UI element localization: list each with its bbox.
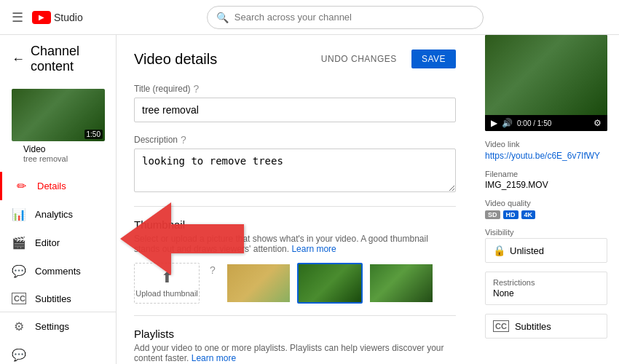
left-panel: Video details UNDO CHANGES SAVE Title (r… — [117, 35, 473, 364]
undo-changes-button[interactable]: UNDO CHANGES — [312, 50, 406, 68]
visibility-label: Visibility — [485, 228, 607, 237]
header-buttons: UNDO CHANGES SAVE — [312, 50, 456, 68]
thumbnail-help-button[interactable]: ? — [205, 263, 220, 277]
filename-section: Filename IMG_2159.MOV — [485, 170, 607, 190]
playlist-section: Playlists Add your video to one or more … — [134, 328, 456, 364]
editor-icon: 🎬 — [12, 236, 26, 250]
sidebar-subtitles-label: Subtitles — [35, 293, 71, 304]
title-help-icon[interactable]: ? — [194, 83, 200, 95]
quality-badge-sd: SD — [485, 210, 500, 219]
sidebar-item-settings[interactable]: ⚙ Settings — [0, 312, 116, 341]
thumbnail-option-1[interactable] — [226, 263, 291, 304]
quality-label: Video quality — [485, 199, 607, 207]
settings-label: Settings — [35, 321, 69, 332]
title-field: Title (required) ? — [134, 83, 456, 122]
sidebar-item-editor[interactable]: 🎬 Editor — [0, 229, 116, 257]
visibility-inner: 🔒 Unlisted — [493, 245, 599, 256]
hamburger-menu[interactable]: ☰ — [12, 9, 23, 25]
feedback-icon: 💬 — [12, 348, 26, 362]
quality-badges: SD HD 4K — [485, 210, 607, 219]
visibility-lock-icon: 🔒 — [493, 245, 505, 256]
channel-content-label: Channel content — [31, 44, 104, 74]
page-title: Video details — [134, 51, 217, 68]
title-input[interactable] — [134, 98, 456, 122]
video-link-value[interactable]: https://youtu.be/c6E_6v7IfWY — [485, 151, 600, 161]
visibility-section: Visibility 🔒 Unlisted — [485, 228, 607, 263]
subtitles-icon: CC — [493, 320, 509, 332]
upload-thumbnail-button[interactable]: ⬆ Upload thumbnail — [134, 263, 200, 304]
thumbnail-option-2[interactable] — [297, 263, 363, 304]
play-button[interactable]: ▶ — [491, 118, 497, 128]
sidebar-editor-label: Editor — [35, 237, 60, 248]
subtitles-box[interactable]: CC Subtitles — [485, 314, 607, 339]
sidebar-nav: ✏ Details 📊 Analytics 🎬 Editor 💬 Comment… — [0, 172, 116, 312]
description-textarea[interactable]: looking to remove trees — [134, 149, 456, 192]
video-name-label: tree removal — [12, 154, 104, 169]
thumbnail-learn-more-link[interactable]: Learn more — [291, 244, 336, 254]
thumbnail-title: Thumbnail — [134, 218, 456, 231]
youtube-icon — [32, 11, 51, 24]
back-arrow-icon: ← — [12, 52, 25, 67]
sidebar-item-comments[interactable]: 💬 Comments — [0, 257, 116, 285]
right-panel: ▶ 🔊 0:00 / 1:50 ⚙ Video link https://you… — [473, 35, 619, 364]
back-button[interactable]: ← Channel content — [0, 35, 116, 83]
upload-thumb-label: Upload thumbnail — [135, 289, 198, 298]
quality-badge-4k: 4K — [521, 210, 536, 219]
player-settings-icon[interactable]: ⚙ — [594, 118, 602, 128]
thumbnail-grid: ⬆ Upload thumbnail ? — [134, 263, 456, 304]
filename-value: IMG_2159.MOV — [485, 180, 607, 190]
quality-section: Video quality SD HD 4K — [485, 199, 607, 219]
restrictions-section: Restrictions None — [485, 272, 607, 305]
restrictions-value: None — [493, 288, 599, 298]
video-duration-badge: 1:50 — [84, 130, 103, 139]
sidebar-bottom: ⚙ Settings 💬 — [0, 312, 116, 364]
youtube-studio-logo: Studio — [32, 11, 83, 24]
upload-icon: ⬆ — [161, 269, 173, 286]
search-input[interactable] — [234, 12, 474, 23]
analytics-icon: 📊 — [12, 207, 26, 221]
sidebar-item-details[interactable]: ✏ Details — [0, 172, 116, 200]
save-button[interactable]: SAVE — [411, 50, 456, 68]
sidebar-item-analytics[interactable]: 📊 Analytics — [0, 200, 116, 229]
volume-button[interactable]: 🔊 — [502, 118, 513, 128]
video-thumbnail-small: 1:50 — [12, 89, 105, 141]
sidebar-item-feedback[interactable]: 💬 — [0, 341, 116, 364]
quality-badge-hd: HD — [503, 210, 519, 219]
video-preview-sidebar: 1:50 Video tree removal — [0, 83, 116, 172]
description-help-icon[interactable]: ? — [181, 134, 186, 146]
thumbnail-desc: Select or upload a picture that shows wh… — [134, 234, 456, 254]
playlists-divider — [134, 315, 456, 316]
sidebar-analytics-label: Analytics — [35, 209, 73, 220]
description-label: Description ? — [134, 134, 456, 146]
player-thumbnail — [485, 35, 607, 115]
title-label: Title (required) ? — [134, 83, 456, 95]
restrictions-box: Restrictions None — [485, 272, 607, 305]
sidebar-comments-label: Comments — [35, 266, 81, 277]
player-controls: ▶ 🔊 0:00 / 1:50 ⚙ — [485, 115, 607, 131]
playlists-title: Playlists — [134, 328, 456, 340]
playlists-desc: Add your video to one or more playlists.… — [134, 343, 456, 363]
visibility-value: Unlisted — [510, 245, 544, 256]
video-link-section: Video link https://youtu.be/c6E_6v7IfWY — [485, 140, 607, 161]
subtitles-label: Subtitles — [515, 321, 551, 332]
main-content: Video details UNDO CHANGES SAVE Title (r… — [117, 35, 619, 364]
sidebar-item-subtitles[interactable]: CC Subtitles — [0, 285, 116, 312]
search-icon: 🔍 — [216, 12, 229, 23]
comments-icon: 💬 — [12, 264, 26, 278]
video-link-label: Video link — [485, 140, 607, 149]
sidebar: ← Channel content 1:50 Video tree remova… — [0, 35, 117, 364]
video-player-preview: ▶ 🔊 0:00 / 1:50 ⚙ — [485, 35, 607, 131]
playlists-learn-more-link[interactable]: Learn more — [192, 353, 236, 363]
thumbnail-section: Thumbnail Select or upload a picture tha… — [134, 218, 456, 304]
sidebar-details-label: Details — [37, 181, 66, 191]
filename-label: Filename — [485, 170, 607, 178]
divider — [134, 206, 456, 207]
settings-icon: ⚙ — [12, 320, 26, 333]
visibility-box[interactable]: 🔒 Unlisted — [485, 238, 607, 263]
video-type-label: Video — [12, 144, 104, 154]
thumbnail-option-3[interactable] — [368, 263, 434, 304]
search-bar[interactable]: 🔍 — [207, 6, 484, 29]
studio-label: Studio — [54, 12, 83, 23]
page-header: Video details UNDO CHANGES SAVE — [134, 50, 456, 68]
subtitles-sidebar-icon: CC — [12, 293, 26, 304]
